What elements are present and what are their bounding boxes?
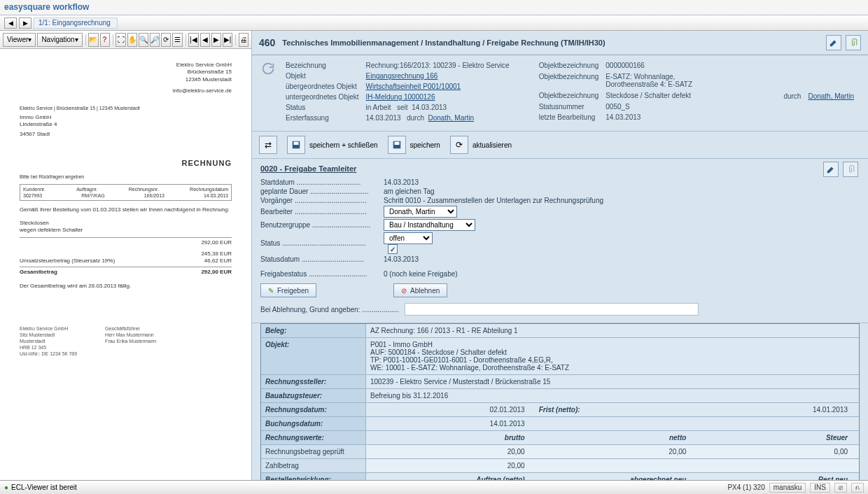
- select-icon[interactable]: ☰: [172, 33, 182, 47]
- save-close-button[interactable]: [287, 136, 305, 154]
- link-child[interactable]: IH-Meldung 10000126: [366, 93, 435, 101]
- zoom-in-icon[interactable]: 🔍: [139, 33, 148, 47]
- invoice-title: RECHNUNG: [20, 158, 232, 168]
- hand-icon[interactable]: ✋: [127, 33, 137, 47]
- page-first-icon[interactable]: |◀: [188, 33, 198, 47]
- status-mode: INS: [810, 483, 830, 493]
- status-user: manasku: [769, 483, 806, 493]
- edit-step-icon[interactable]: [823, 162, 839, 177]
- status-text: ECL-Viewer ist bereit: [11, 484, 77, 491]
- help-icon[interactable]: ?: [100, 33, 110, 47]
- attach-step-icon[interactable]: [843, 162, 858, 177]
- link-object[interactable]: Eingangsrechnung 166: [366, 72, 438, 80]
- ablehnen-button[interactable]: ⊘Ablehnen: [393, 283, 447, 297]
- exchange-icon[interactable]: ⇄: [259, 136, 277, 154]
- app-title: easysquare workflow: [4, 2, 89, 12]
- status-icon: ●: [4, 484, 8, 491]
- svg-rect-3: [394, 142, 399, 145]
- nav-next-button[interactable]: ▶: [19, 17, 31, 29]
- nav-prev-button[interactable]: ◀: [4, 17, 17, 29]
- svg-rect-1: [294, 142, 299, 145]
- ablehnung-grund-input[interactable]: [405, 303, 699, 316]
- breadcrumb[interactable]: 1/1: Eingangsrechnung: [34, 17, 118, 29]
- fit-icon[interactable]: ⛶: [115, 33, 125, 47]
- bearbeiter-select[interactable]: Donath, Martin: [384, 206, 457, 218]
- reload-icon[interactable]: [259, 59, 277, 78]
- page-next-icon[interactable]: ▶: [211, 33, 221, 47]
- print-icon[interactable]: 🖨: [239, 33, 248, 47]
- open-icon[interactable]: 📂: [88, 33, 98, 47]
- rotate-icon[interactable]: ⟳: [161, 33, 171, 47]
- status-right: PX4 (1) 320: [727, 484, 764, 491]
- page-prev-icon[interactable]: ◀: [200, 33, 210, 47]
- document-preview: Elektro Service GmbH Brückenstraße 15 12…: [0, 49, 251, 480]
- benutzergruppe-select[interactable]: Bau / Instandhaltung: [384, 219, 475, 231]
- link-creator[interactable]: Donath, Martin: [428, 114, 475, 122]
- process-title: Technisches Immobilienmanagement / Insta…: [282, 38, 605, 47]
- link-parent[interactable]: Wirtschaftseinheit P001/10001: [366, 83, 461, 90]
- freigeben-button[interactable]: ✎Freigeben: [260, 283, 316, 297]
- top-navigation: ◀ ▶ 1/1: Eingangsrechnung: [0, 15, 868, 31]
- status-tool1[interactable]: ⎚: [834, 483, 847, 493]
- process-id: 460: [259, 37, 275, 48]
- step-header: 0020 - Freigabe Teamleiter: [260, 164, 356, 173]
- save-button[interactable]: [388, 136, 406, 154]
- zoom-out-icon[interactable]: 🔎: [150, 33, 160, 47]
- link-editor[interactable]: Donath, Martin: [808, 92, 854, 100]
- edit-icon[interactable]: [826, 35, 841, 50]
- status-confirm-check[interactable]: ✓: [388, 244, 398, 254]
- summary-table: Beleg:AZ Rechnung: 166 / 2013 - R1 - RE …: [260, 323, 860, 480]
- page-last-icon[interactable]: ▶|: [223, 33, 232, 47]
- status-select[interactable]: offen: [384, 232, 433, 244]
- status-tool2[interactable]: ⎌: [851, 483, 864, 493]
- navigation-dropdown[interactable]: Navigation ▾: [37, 33, 82, 47]
- attachment-icon[interactable]: [846, 35, 861, 50]
- refresh-button[interactable]: ⟳: [450, 136, 468, 154]
- viewer-dropdown[interactable]: Viewer ▾: [3, 33, 36, 47]
- viewer-toolbar: Viewer ▾ Navigation ▾ 📂 ? ⛶ ✋ 🔍 🔎 ⟳ ☰ |◀…: [0, 31, 251, 49]
